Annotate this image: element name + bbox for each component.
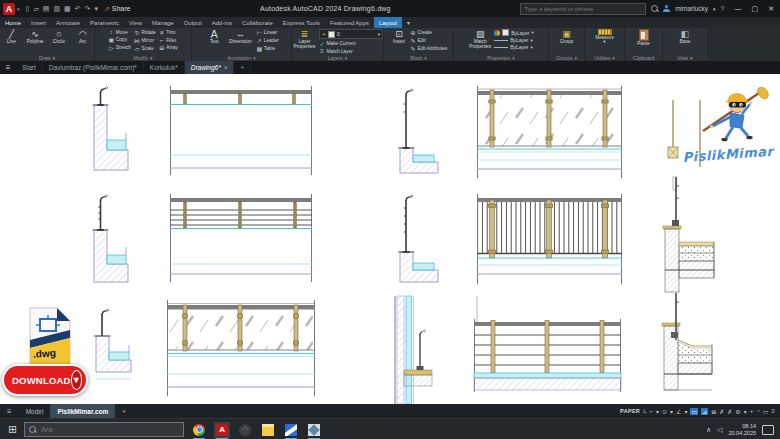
taskbar-search[interactable] bbox=[24, 422, 184, 437]
detail-parapet-section-1[interactable] bbox=[93, 87, 129, 170]
layer-properties-button[interactable]: ≣Layer Properties bbox=[292, 29, 317, 54]
model-tab[interactable]: Model bbox=[19, 404, 51, 418]
leader-button[interactable]: ↗Leader bbox=[256, 37, 278, 44]
panel-title-view[interactable]: View▾ bbox=[663, 54, 707, 61]
status-icon-plus[interactable]: + bbox=[750, 408, 754, 414]
autocad-app-icon[interactable]: A bbox=[3, 3, 15, 15]
layout-tab-pislikmimar[interactable]: PislikMimar.com bbox=[50, 404, 115, 418]
tab-manage[interactable]: Manage bbox=[147, 17, 179, 28]
taskbar-3dviewer-icon[interactable] bbox=[306, 422, 322, 438]
detail-parapet-section-3[interactable] bbox=[93, 195, 129, 282]
taskbar-clock[interactable]: 08:14 20.04.2025 bbox=[728, 423, 756, 436]
status-icon-clean-screen[interactable]: ▭ bbox=[763, 408, 769, 415]
status-icon-annoscale2[interactable]: ✗ bbox=[727, 408, 732, 415]
tab-view[interactable]: View bbox=[124, 17, 147, 28]
share-button[interactable]: ⇗ Share bbox=[104, 5, 131, 13]
help-icon[interactable]: ? bbox=[721, 5, 725, 12]
detail-elevation-rails-2[interactable] bbox=[474, 296, 621, 392]
status-caret-icon[interactable]: ▾ bbox=[744, 408, 747, 415]
close-tab-icon[interactable]: × bbox=[224, 64, 228, 71]
file-tab-korkuluk[interactable]: Korkuluk* bbox=[144, 61, 185, 74]
redo-icon[interactable]: ↷ bbox=[85, 5, 91, 13]
status-icon-polar[interactable]: ∠ bbox=[676, 408, 681, 415]
fillet-button[interactable]: ⌐Fillet bbox=[159, 37, 178, 43]
panel-title-properties[interactable]: Properties▾ bbox=[454, 54, 548, 61]
status-icon-ortho[interactable]: L bbox=[643, 408, 646, 414]
detail-floor-edge-section-2[interactable] bbox=[662, 293, 712, 390]
scale-button[interactable]: ▱Scale bbox=[134, 45, 156, 52]
mirror-button[interactable]: ⋈Mirror bbox=[134, 37, 156, 44]
group-button[interactable]: ▣Group bbox=[556, 29, 578, 54]
panel-title-draw[interactable]: Draw▾ bbox=[0, 54, 94, 61]
ribbon-display-caret-icon[interactable]: ▾ bbox=[402, 17, 415, 28]
detail-elevation-toprail[interactable] bbox=[170, 86, 312, 175]
taskbar-search-input[interactable] bbox=[39, 425, 153, 434]
status-caret-icon[interactable]: ▾ bbox=[656, 408, 659, 415]
plot-icon[interactable]: ▩ bbox=[64, 5, 71, 13]
detail-floor-edge-section-1[interactable] bbox=[663, 177, 714, 292]
detail-wall-section[interactable] bbox=[395, 296, 432, 404]
taskbar-paint-icon[interactable] bbox=[283, 422, 299, 438]
status-icon-settings-gear[interactable]: ⚙ bbox=[735, 408, 740, 415]
maximize-button[interactable]: ▢ bbox=[752, 5, 759, 13]
new-drawing-button[interactable]: + bbox=[234, 61, 251, 74]
dimension-button[interactable]: ↔Dimension bbox=[227, 29, 253, 54]
create-block-button[interactable]: ⊕Create bbox=[410, 29, 447, 36]
layer-dropdown[interactable]: ☀ 0 ▾ bbox=[319, 29, 383, 39]
stretch-button[interactable]: ▷Stretch bbox=[108, 44, 131, 51]
save-as-icon[interactable]: ▥ bbox=[53, 5, 60, 13]
search-icon[interactable] bbox=[651, 5, 658, 12]
taskbar-chrome-icon[interactable] bbox=[191, 422, 207, 438]
copy-button[interactable]: ▣Copy bbox=[108, 36, 131, 43]
status-icon-annoscale1[interactable]: ✗ bbox=[719, 408, 724, 415]
detail-elevation-glass-1[interactable] bbox=[477, 86, 622, 178]
detail-post-studies[interactable] bbox=[668, 100, 700, 190]
status-icon-isolate[interactable]: ◔ bbox=[756, 408, 760, 414]
paste-button[interactable]: Paste bbox=[632, 29, 656, 54]
linetype-control[interactable]: ByLayer▾ bbox=[494, 44, 534, 50]
panel-title-clipboard[interactable]: Clipboard bbox=[625, 54, 662, 61]
status-icon-customize[interactable]: ≡ bbox=[771, 408, 775, 414]
user-avatar-icon[interactable] bbox=[663, 5, 670, 12]
status-caret-icon[interactable]: ▾ bbox=[670, 408, 673, 415]
tab-addins[interactable]: Add-ins bbox=[207, 17, 237, 28]
rotate-button[interactable]: ↻Rotate bbox=[134, 29, 156, 36]
linear-button[interactable]: ⊢Linear bbox=[256, 29, 278, 36]
status-icon-lineweight[interactable]: ⊠ bbox=[711, 408, 716, 415]
tab-home[interactable]: Home bbox=[0, 17, 26, 28]
detail-elevation-rails-1[interactable] bbox=[170, 194, 312, 282]
arc-button[interactable]: ◠Arc bbox=[71, 29, 94, 54]
tab-output[interactable]: Output bbox=[179, 17, 207, 28]
download-button[interactable]: DOWNLOAD ▼ bbox=[2, 364, 88, 396]
tab-layout[interactable]: Layout bbox=[374, 17, 402, 28]
new-layout-button[interactable]: + bbox=[115, 404, 133, 418]
tab-collaborate[interactable]: Collaborate bbox=[237, 17, 278, 28]
start-button[interactable]: ⊞ bbox=[8, 424, 17, 435]
panel-title-utilities[interactable]: Utilities▾ bbox=[585, 54, 624, 61]
detail-elevation-glass-2[interactable] bbox=[167, 300, 315, 396]
lineweight-control[interactable]: ByLayer▾ bbox=[494, 37, 534, 43]
detail-parapet-section-5[interactable] bbox=[94, 309, 131, 379]
text-button[interactable]: AText bbox=[204, 29, 224, 54]
signed-in-user[interactable]: mimarlucky bbox=[675, 5, 708, 12]
tab-parametric[interactable]: Parametric bbox=[85, 17, 124, 28]
user-menu-caret-icon[interactable]: ▾ bbox=[713, 6, 716, 12]
detail-parapet-section-4[interactable] bbox=[398, 195, 438, 282]
move-button[interactable]: ↕Move bbox=[108, 29, 131, 35]
match-properties-button[interactable]: ▧Match Properties bbox=[468, 29, 492, 54]
panel-title-modify[interactable]: Modify▾ bbox=[95, 54, 191, 61]
space-toggle[interactable]: PAPER bbox=[620, 408, 640, 414]
panel-title-block[interactable]: Block▾ bbox=[384, 54, 453, 61]
panel-title-annotation[interactable]: Annotation▾ bbox=[192, 54, 291, 61]
measure-button[interactable]: Measure▾ bbox=[592, 29, 618, 54]
status-icon-snap[interactable]: ⊙ bbox=[662, 408, 667, 415]
file-tab-davlumbaz[interactable]: Davlumbaz (PislikMimar.com)* bbox=[43, 61, 144, 74]
tab-featured-apps[interactable]: Featured Apps bbox=[325, 17, 374, 28]
taskbar-autocad-icon[interactable]: A bbox=[214, 422, 230, 438]
tab-express-tools[interactable]: Express Tools bbox=[278, 17, 325, 28]
panel-title-layers[interactable]: Layers▾ bbox=[292, 54, 383, 61]
tray-expand-icon[interactable]: ∧ bbox=[706, 426, 711, 434]
app-menu-caret-icon[interactable]: ▾ bbox=[17, 6, 20, 12]
edit-attributes-button[interactable]: ✎Edit Attributes bbox=[410, 45, 447, 52]
taskbar-app-icon[interactable]: ◠ bbox=[237, 422, 253, 438]
